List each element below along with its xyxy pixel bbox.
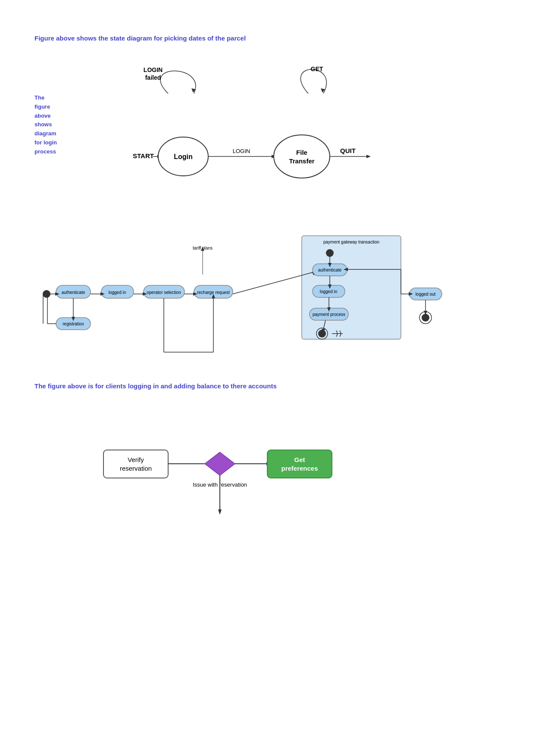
svg-rect-91 xyxy=(267,450,332,478)
svg-text:failed: failed xyxy=(145,74,161,81)
svg-marker-96 xyxy=(218,509,222,515)
svg-text:QUIT: QUIT xyxy=(340,147,356,154)
svg-point-45 xyxy=(326,249,334,257)
caption-1: Figure above shows the state diagram for… xyxy=(34,34,501,42)
svg-marker-88 xyxy=(205,452,235,475)
diagram-1: The figure above shows diagram for login… xyxy=(34,59,501,223)
svg-text:operator selection: operator selection xyxy=(147,290,181,295)
page: Figure above shows the state diagram for… xyxy=(0,0,535,571)
svg-text:Verify: Verify xyxy=(128,456,144,463)
svg-point-13 xyxy=(274,135,330,178)
diagram-2: payment gateway transaction tariff plans… xyxy=(34,231,501,369)
svg-text:payment gateway transaction: payment gateway transaction xyxy=(323,240,379,244)
svg-text:logged in: logged in xyxy=(320,289,338,294)
svg-text:payment process: payment process xyxy=(313,312,345,317)
svg-point-56 xyxy=(318,330,326,337)
svg-text:reservation: reservation xyxy=(120,465,152,472)
svg-text:LOGIN: LOGIN xyxy=(233,148,250,154)
svg-text:authenticate: authenticate xyxy=(62,290,85,295)
svg-text:authenticate: authenticate xyxy=(318,268,342,272)
svg-text:Transfer: Transfer xyxy=(289,157,314,165)
svg-point-24 xyxy=(43,290,50,298)
side-label: The figure above shows diagram for login… xyxy=(34,94,57,156)
svg-text:registration: registration xyxy=(63,322,84,326)
svg-text:Login: Login xyxy=(174,153,193,160)
svg-text:GET: GET xyxy=(311,66,323,72)
svg-text:File: File xyxy=(296,149,307,156)
svg-line-41 xyxy=(233,272,313,294)
caption-2: The figure above is for clients logging … xyxy=(34,382,501,390)
diagram-3-svg: Verify reservation Get preferences Issue… xyxy=(86,424,474,540)
svg-text:START: START xyxy=(133,152,154,159)
svg-text:preferences: preferences xyxy=(281,465,318,472)
svg-marker-17 xyxy=(366,155,371,158)
diagram-1-svg: LOGIN failed GET START Login LOGIN File … xyxy=(73,59,504,219)
svg-text:LOGIN: LOGIN xyxy=(144,66,163,73)
diagram-2-svg: payment gateway transaction tariff plans… xyxy=(34,231,509,365)
svg-rect-83 xyxy=(103,450,168,478)
diagram-3: Verify reservation Get preferences Issue… xyxy=(34,424,501,545)
svg-text:logged out: logged out xyxy=(416,292,436,297)
svg-text:Get: Get xyxy=(294,456,305,463)
svg-text:logged in: logged in xyxy=(109,290,126,295)
